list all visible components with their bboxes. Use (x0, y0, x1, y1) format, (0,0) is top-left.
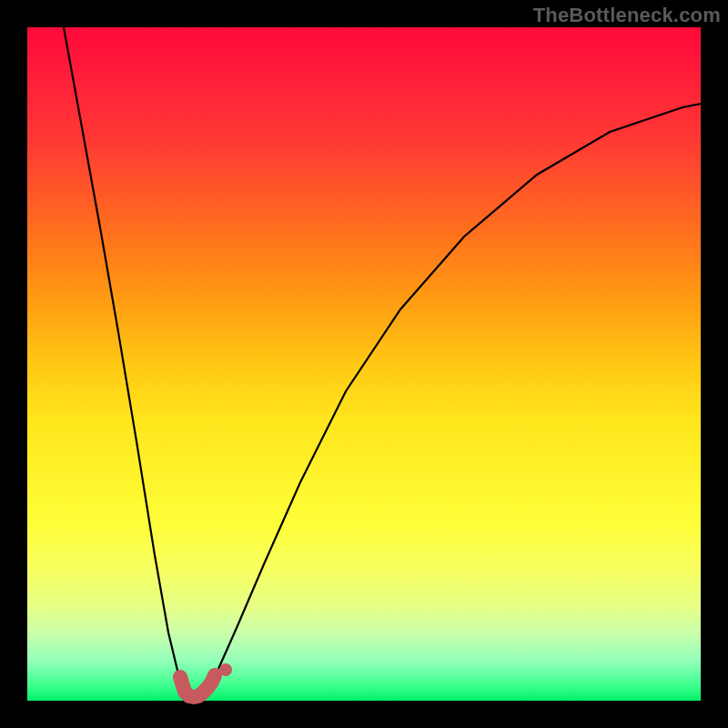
chart-frame: TheBottleneck.com (0, 0, 728, 728)
curve-left-branch (64, 27, 191, 690)
attribution-label: TheBottleneck.com (533, 4, 721, 27)
curve-layer (64, 27, 701, 697)
curve-valley-bump (180, 675, 215, 697)
chart-svg (27, 27, 701, 701)
curve-right-branch (218, 104, 701, 669)
curve-marker-dot (219, 663, 232, 676)
chart-plot-area (27, 27, 701, 701)
